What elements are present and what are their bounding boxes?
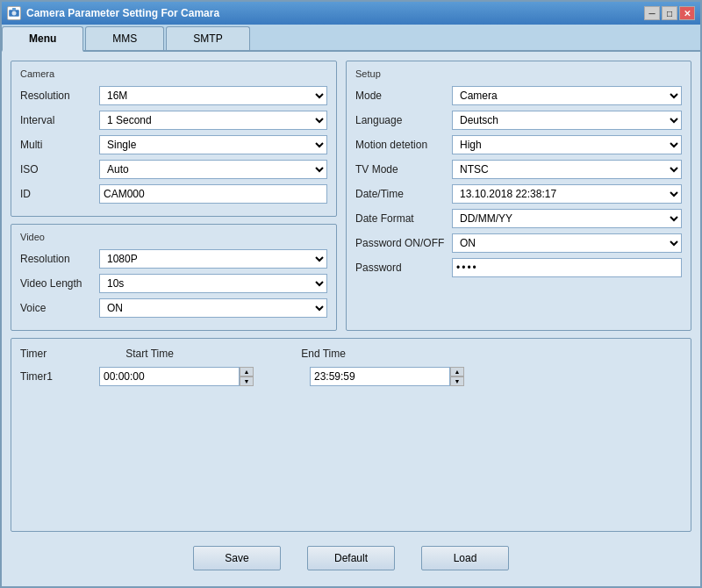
language-row: Language Deutsch English	[355, 111, 682, 130]
start-time-down-button[interactable]: ▼	[240, 376, 254, 386]
motion-detetion-select[interactable]: High Medium Low OFF	[452, 135, 682, 154]
datetime-select[interactable]: 13.10.2018 22:38:17	[452, 184, 682, 204]
main-content: Camera Resolution 16M 8M 5M 1080P Interv…	[2, 52, 700, 586]
password-input[interactable]	[452, 258, 682, 277]
motion-detetion-row: Motion detetion High Medium Low OFF	[355, 135, 682, 154]
start-time-spinners: ▲ ▼	[240, 367, 254, 386]
password-onoff-select[interactable]: ON OFF	[452, 233, 682, 253]
video-length-select[interactable]: 10s 30s 1min	[99, 274, 327, 293]
default-button[interactable]: Default	[307, 546, 395, 570]
camera-panel: Camera Resolution 16M 8M 5M 1080P Interv…	[11, 61, 337, 217]
end-time-up-button[interactable]: ▲	[450, 367, 464, 376]
end-time-input[interactable]: 23:59:59	[310, 367, 450, 386]
camera-resolution-select[interactable]: 16M 8M 5M 1080P	[99, 86, 327, 105]
mode-select[interactable]: Camera Video	[452, 86, 682, 105]
tab-smtp[interactable]: SMTP	[166, 26, 249, 50]
camera-resolution-label: Resolution	[20, 90, 99, 102]
language-select[interactable]: Deutsch English	[452, 111, 682, 130]
interval-row: Interval 1 Second 5 Seconds 10 Seconds	[20, 111, 327, 130]
timer-col-end: End Time	[301, 348, 346, 360]
video-length-row: Video Length 10s 30s 1min	[20, 274, 327, 293]
video-section-title: Video	[20, 232, 327, 242]
multi-label: Multi	[20, 139, 99, 151]
end-time-wrap: 23:59:59 ▲ ▼	[310, 367, 450, 386]
close-button[interactable]: ✕	[679, 6, 695, 20]
title-bar-left: Camera Parameter Setting For Camara	[7, 6, 219, 20]
video-panel: Video Resolution 1080P 720P 480P Video L…	[11, 224, 337, 331]
title-bar: Camera Parameter Setting For Camara ─ □ …	[2, 2, 700, 25]
camera-section-title: Camera	[20, 68, 327, 79]
maximize-button[interactable]: □	[662, 6, 677, 20]
end-time-down-button[interactable]: ▼	[450, 376, 464, 386]
password-onoff-row: Password ON/OFF ON OFF	[355, 233, 682, 253]
mode-row: Mode Camera Video	[355, 86, 682, 105]
start-time-wrap: 00:00:00 ▲ ▼	[99, 367, 240, 386]
app-icon	[7, 6, 21, 20]
timer-panel: Timer Start Time End Time Timer1 00:00:0…	[11, 338, 691, 532]
save-button[interactable]: Save	[193, 546, 281, 570]
id-input[interactable]	[99, 184, 327, 204]
voice-row: Voice ON OFF	[20, 298, 327, 318]
id-label: ID	[20, 188, 99, 200]
tv-mode-select[interactable]: NTSC PAL	[452, 160, 682, 179]
iso-label: ISO	[20, 163, 99, 176]
tv-mode-row: TV Mode NTSC PAL	[355, 160, 682, 179]
voice-select[interactable]: ON OFF	[99, 298, 327, 318]
timer-col-timer: Timer	[20, 348, 47, 360]
timer-header: Timer Start Time End Time	[20, 348, 682, 360]
multi-row: Multi Single Multi	[20, 135, 327, 154]
load-button[interactable]: Load	[421, 546, 509, 570]
tab-menu[interactable]: Menu	[2, 26, 83, 52]
voice-label: Voice	[20, 302, 99, 314]
video-resolution-row: Resolution 1080P 720P 480P	[20, 249, 327, 269]
tab-mms[interactable]: MMS	[85, 26, 164, 50]
minimize-button[interactable]: ─	[644, 6, 660, 20]
video-length-label: Video Length	[20, 277, 99, 290]
main-window: Camera Parameter Setting For Camara ─ □ …	[0, 0, 702, 588]
password-onoff-label: Password ON/OFF	[355, 237, 452, 249]
video-resolution-label: Resolution	[20, 253, 99, 265]
video-resolution-select[interactable]: 1080P 720P 480P	[99, 249, 327, 269]
timer-col-start: Start Time	[125, 348, 301, 360]
bottom-bar: Save Default Load	[11, 539, 691, 577]
tab-bar: Menu MMS SMTP	[2, 25, 700, 52]
password-label: Password	[355, 262, 452, 274]
date-format-row: Date Format DD/MM/YY MM/DD/YY YY/MM/DD	[355, 209, 682, 228]
mode-label: Mode	[355, 90, 452, 102]
window-title: Camera Parameter Setting For Camara	[26, 7, 219, 19]
date-format-select[interactable]: DD/MM/YY MM/DD/YY YY/MM/DD	[452, 209, 682, 228]
datetime-label: Date/Time	[355, 188, 452, 200]
datetime-row: Date/Time 13.10.2018 22:38:17	[355, 184, 682, 204]
iso-row: ISO Auto 100 200 400	[20, 160, 327, 179]
id-row: ID	[20, 184, 327, 204]
motion-detetion-label: Motion detetion	[355, 139, 452, 151]
setup-panel: Setup Mode Camera Video Language Deutsch…	[346, 61, 691, 331]
interval-label: Interval	[20, 114, 99, 126]
timer1-label: Timer1	[20, 370, 99, 383]
iso-select[interactable]: Auto 100 200 400	[99, 160, 327, 179]
start-time-up-button[interactable]: ▲	[240, 367, 254, 376]
end-time-spinner-wrap: 23:59:59 ▲ ▼	[310, 367, 450, 386]
top-panels: Camera Resolution 16M 8M 5M 1080P Interv…	[11, 61, 691, 331]
multi-select[interactable]: Single Multi	[99, 135, 327, 154]
setup-section-title: Setup	[355, 68, 682, 79]
date-format-label: Date Format	[355, 212, 452, 225]
title-controls: ─ □ ✕	[644, 6, 695, 20]
password-row: Password	[355, 258, 682, 277]
timer1-row: Timer1 00:00:00 ▲ ▼ 23:59:59 ▲ ▼	[20, 367, 682, 386]
camera-resolution-row: Resolution 16M 8M 5M 1080P	[20, 86, 327, 105]
end-time-spinners: ▲ ▼	[450, 367, 464, 386]
svg-point-1	[12, 11, 17, 16]
tv-mode-label: TV Mode	[355, 163, 452, 176]
svg-rect-2	[12, 8, 16, 10]
language-label: Language	[355, 114, 452, 126]
interval-select[interactable]: 1 Second 5 Seconds 10 Seconds	[99, 111, 327, 130]
start-time-input[interactable]: 00:00:00	[99, 367, 240, 386]
